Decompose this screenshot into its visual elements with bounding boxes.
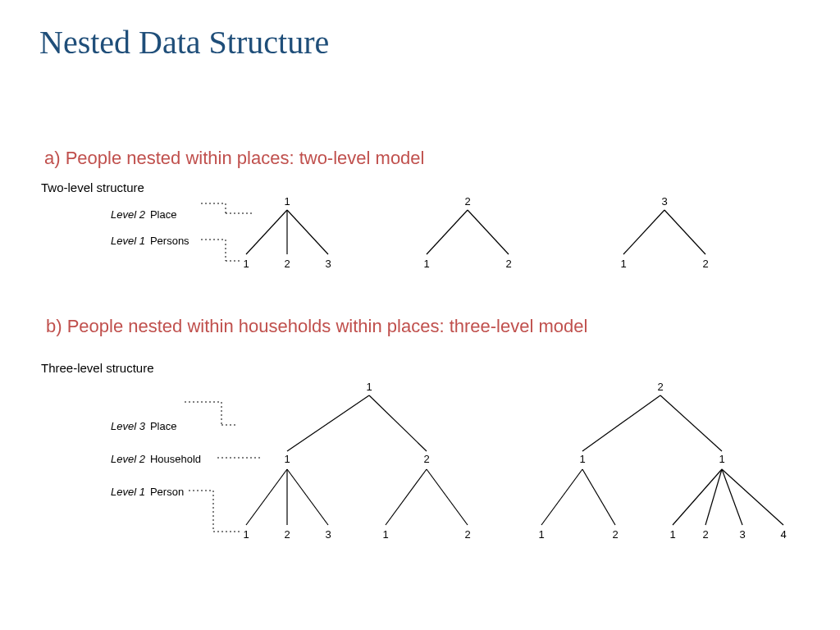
node: 1	[669, 528, 675, 541]
svg-line-6	[246, 210, 287, 254]
section-b-heading: b) People nested within households withi…	[46, 316, 587, 337]
three-level-svg	[41, 361, 796, 566]
section-a-heading: a) People nested within places: two-leve…	[44, 148, 424, 169]
node: 2	[284, 258, 290, 270]
node: 1	[620, 258, 626, 270]
node: 1	[366, 381, 372, 393]
node: 3	[739, 528, 745, 541]
node: 2	[657, 381, 663, 393]
node: 2	[284, 528, 290, 541]
node: 1	[538, 528, 544, 541]
svg-line-31	[673, 469, 722, 525]
node: 2	[464, 528, 470, 541]
svg-line-20	[287, 395, 369, 451]
svg-line-12	[664, 210, 705, 254]
node: 2	[702, 258, 708, 270]
svg-line-8	[287, 210, 328, 254]
node: 1	[284, 453, 290, 465]
two-level-svg	[41, 180, 796, 287]
svg-line-26	[427, 469, 468, 525]
node: 3	[325, 258, 331, 270]
svg-line-34	[722, 469, 783, 525]
svg-line-25	[386, 469, 427, 525]
node: 2	[423, 453, 429, 465]
figure-three-level: Three-level structure Level 3Place Level…	[41, 361, 796, 566]
node: 2	[612, 528, 618, 541]
svg-line-27	[582, 395, 660, 451]
svg-line-32	[705, 469, 722, 525]
svg-line-10	[468, 210, 509, 254]
node: 1	[423, 258, 429, 270]
svg-line-28	[660, 395, 722, 451]
svg-line-21	[369, 395, 427, 451]
node: 2	[464, 195, 470, 208]
node: 1	[284, 195, 290, 208]
slide-title: Nested Data Structure	[39, 23, 329, 62]
svg-line-29	[541, 469, 582, 525]
node: 1	[243, 258, 249, 270]
node: 1	[719, 453, 724, 465]
node: 2	[505, 258, 511, 270]
node: 3	[661, 195, 667, 208]
node: 1	[243, 528, 249, 541]
figure-two-level: Two-level structure Level 2Place Level 1…	[41, 180, 796, 287]
node: 1	[579, 453, 585, 465]
svg-line-24	[287, 469, 328, 525]
node: 2	[702, 528, 708, 541]
svg-line-22	[246, 469, 287, 525]
svg-line-33	[722, 469, 742, 525]
svg-line-11	[623, 210, 664, 254]
node: 4	[780, 528, 786, 541]
svg-line-9	[427, 210, 468, 254]
svg-line-30	[582, 469, 615, 525]
node: 1	[382, 528, 388, 541]
node: 3	[325, 528, 331, 541]
